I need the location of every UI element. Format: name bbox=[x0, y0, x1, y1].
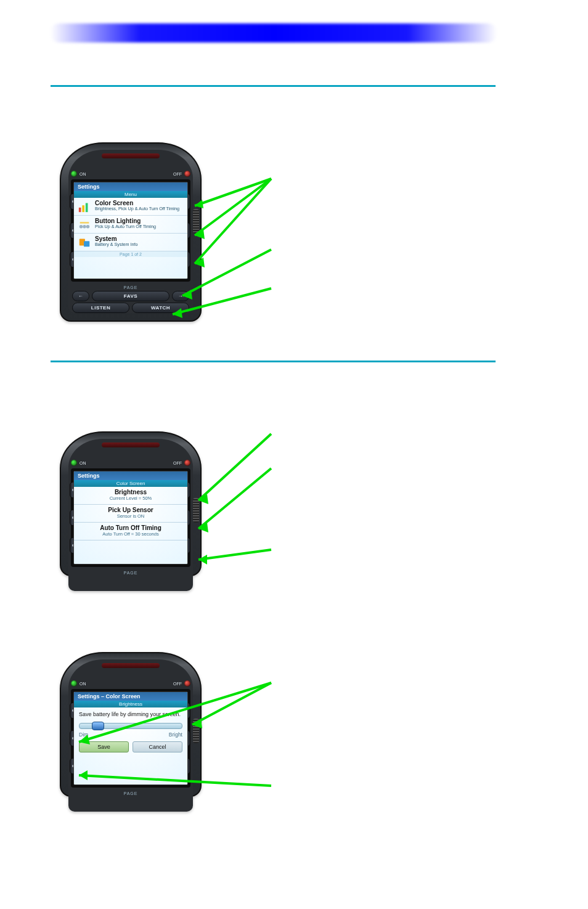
screen-title: Settings bbox=[74, 471, 187, 480]
power-off-label: OFF bbox=[173, 172, 182, 176]
svg-line-8 bbox=[195, 179, 271, 206]
setting-title: Auto Turn Off Timing bbox=[78, 524, 184, 531]
setting-value: Sensor is ON bbox=[78, 513, 184, 519]
lcd-screen: Settings Color Screen Brightness Current… bbox=[73, 471, 188, 565]
svg-line-24 bbox=[192, 683, 271, 725]
svg-line-20 bbox=[198, 468, 271, 529]
svg-line-22 bbox=[198, 550, 271, 560]
setting-brightness[interactable]: Brightness Current Level = 50% bbox=[74, 487, 187, 505]
system-icon bbox=[78, 235, 91, 249]
power-on-icon bbox=[71, 680, 77, 687]
page-row-label: PAGE bbox=[68, 571, 193, 575]
setting-title: Pick Up Sensor bbox=[78, 507, 184, 513]
section1-divider bbox=[51, 85, 496, 87]
menu-item-button-lighting[interactable]: Button Lighting Pick Up & Auto Turn Off … bbox=[74, 216, 187, 234]
cancel-button[interactable]: Cancel bbox=[133, 741, 182, 752]
remote-top-accent bbox=[102, 663, 160, 668]
slider-thumb[interactable] bbox=[92, 722, 104, 730]
power-on-button[interactable]: ON bbox=[71, 680, 86, 687]
screen-title: Settings bbox=[74, 182, 187, 191]
power-on-button[interactable]: ON bbox=[71, 171, 86, 177]
screen-subtitle: Brightness bbox=[74, 701, 187, 707]
lcd-frame: Settings – Color Screen Brightness Save … bbox=[71, 689, 190, 788]
section2-divider bbox=[51, 361, 496, 362]
svg-rect-2 bbox=[86, 203, 88, 213]
power-off-label: OFF bbox=[173, 461, 182, 465]
lcd-frame: Settings Color Screen Brightness Current… bbox=[71, 468, 190, 567]
lcd-screen: Settings Menu Color Screen Brightness, P… bbox=[73, 182, 188, 279]
svg-point-4 bbox=[83, 225, 86, 229]
power-on-icon bbox=[71, 171, 77, 177]
screen-subtitle: Menu bbox=[74, 191, 187, 198]
side-grip bbox=[193, 209, 199, 234]
screen-subtitle: Color Screen bbox=[74, 480, 187, 487]
page-row-label: PAGE bbox=[68, 285, 193, 290]
setting-title: Brightness bbox=[78, 489, 184, 495]
favs-button[interactable]: FAVS bbox=[92, 291, 169, 301]
screen-title: Settings – Color Screen bbox=[74, 692, 187, 701]
svg-line-10 bbox=[195, 179, 271, 235]
menu-item-system[interactable]: System Battery & System Info bbox=[74, 234, 187, 251]
power-off-button[interactable]: OFF bbox=[173, 171, 190, 177]
save-button[interactable]: Save bbox=[79, 741, 129, 752]
brightness-slider[interactable] bbox=[79, 723, 182, 729]
power-on-button[interactable]: ON bbox=[71, 460, 86, 466]
slider-dim-label: Dim bbox=[79, 732, 88, 738]
power-on-label: ON bbox=[80, 682, 86, 686]
svg-rect-0 bbox=[79, 208, 81, 212]
setting-auto-turn-off[interactable]: Auto Turn Off Timing Auto Turn Off = 30 … bbox=[74, 523, 187, 540]
menu-item-color-screen[interactable]: Color Screen Brightness, Pick Up & Auto … bbox=[74, 198, 187, 216]
power-off-label: OFF bbox=[173, 682, 182, 686]
setting-value: Current Level = 50% bbox=[78, 495, 184, 501]
power-off-button[interactable]: OFF bbox=[173, 460, 190, 466]
svg-point-3 bbox=[80, 225, 83, 229]
slider-bright-label: Bright bbox=[169, 732, 182, 738]
menu-item-desc: Brightness, Pick Up & Auto Turn Off Timi… bbox=[95, 206, 179, 211]
brightness-help-text: Save battery life by dimming your screen… bbox=[79, 711, 182, 718]
remote-device-1: ON OFF bbox=[60, 142, 202, 322]
watch-button[interactable]: WATCH bbox=[132, 303, 189, 313]
svg-line-18 bbox=[198, 434, 271, 500]
bars-icon bbox=[78, 200, 91, 213]
screen-pager: Page 1 of 2 bbox=[74, 251, 187, 257]
svg-point-5 bbox=[86, 225, 90, 229]
menu-item-desc: Battery & System Info bbox=[95, 242, 138, 247]
power-off-icon bbox=[184, 680, 190, 687]
lcd-screen: Settings – Color Screen Brightness Save … bbox=[73, 691, 188, 785]
lcd-frame: Settings Menu Color Screen Brightness, P… bbox=[71, 179, 190, 282]
page-left-button[interactable]: ← bbox=[72, 291, 89, 301]
power-on-label: ON bbox=[80, 172, 86, 176]
power-on-icon bbox=[71, 460, 77, 466]
setting-pickup-sensor[interactable]: Pick Up Sensor Sensor is ON bbox=[74, 505, 187, 523]
header-gradient-bar bbox=[51, 23, 497, 43]
remote-top-accent bbox=[102, 442, 160, 447]
remote-device-3: ON OFF bbox=[60, 652, 202, 797]
power-on-label: ON bbox=[80, 461, 86, 465]
svg-rect-7 bbox=[84, 241, 89, 247]
power-off-button[interactable]: OFF bbox=[173, 680, 190, 687]
page-row-label: PAGE bbox=[68, 791, 193, 796]
svg-line-12 bbox=[195, 179, 271, 264]
svg-rect-1 bbox=[82, 205, 84, 212]
lighting-icon bbox=[78, 218, 91, 231]
power-off-icon bbox=[184, 171, 190, 177]
menu-item-desc: Pick Up & Auto Turn Off Timing bbox=[95, 224, 156, 229]
remote-top-accent bbox=[102, 153, 160, 158]
side-grip bbox=[193, 498, 199, 523]
listen-button[interactable]: LISTEN bbox=[72, 303, 129, 313]
side-grip bbox=[193, 719, 199, 743]
power-off-icon bbox=[184, 460, 190, 466]
remote-device-2: ON OFF bbox=[60, 431, 202, 576]
page-right-button[interactable]: → bbox=[172, 291, 189, 301]
setting-value: Auto Turn Off = 30 seconds bbox=[78, 531, 184, 537]
